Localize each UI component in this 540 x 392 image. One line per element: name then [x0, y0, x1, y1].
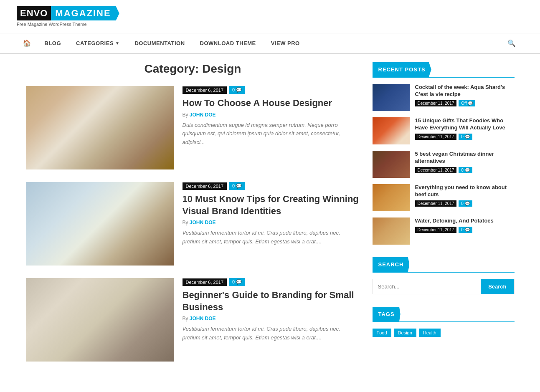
- recent-post-thumb[interactable]: [373, 117, 410, 144]
- recent-post-badge: Off 💬: [459, 100, 475, 106]
- recent-post-item: Everything you need to know about beef c…: [373, 184, 515, 211]
- recent-post-item: 5 best vegan Christmas dinner alternativ…: [373, 151, 515, 178]
- recent-post-thumb[interactable]: [373, 184, 410, 211]
- article-card: December 6, 2017 0 💬 How To Choose A Hou…: [26, 86, 360, 169]
- nav-search-icon[interactable]: 🔍: [500, 33, 524, 53]
- recent-post-thumb[interactable]: [373, 151, 410, 178]
- search-box: Search: [373, 279, 515, 294]
- recent-post-body: 5 best vegan Christmas dinner alternativ…: [415, 151, 515, 173]
- article-excerpt: Vestibulum fermentum tortor id mi. Cras …: [183, 325, 360, 342]
- article-meta: December 6, 2017 0 💬: [183, 86, 360, 94]
- nav-categories[interactable]: CATEGORIES ▼: [68, 34, 127, 52]
- nav-blog[interactable]: BLOG: [37, 34, 69, 52]
- recent-post-title[interactable]: Water, Detoxing, And Potatoes: [415, 217, 515, 225]
- recent-post-title[interactable]: Cocktail of the week: Aqua Shard's C'est…: [415, 84, 515, 98]
- article-title[interactable]: 10 Must Know Tips for Creating Winning V…: [183, 193, 360, 217]
- recent-post-title[interactable]: Everything you need to know about beef c…: [415, 184, 515, 198]
- recent-posts-section: RECENT POSTS Cocktail of the week: Aqua …: [373, 62, 515, 245]
- categories-arrow: ▼: [115, 41, 119, 46]
- recent-post-body: Everything you need to know about beef c…: [415, 184, 515, 207]
- sidebar: RECENT POSTS Cocktail of the week: Aqua …: [373, 62, 515, 374]
- nav-download[interactable]: DOWNLOAD THEME: [193, 34, 264, 52]
- logo-sub: Free Magazine WordPress Theme: [17, 22, 87, 27]
- article-author: By JOHN DOE: [183, 316, 360, 321]
- article-body: December 6, 2017 0 💬 Beginner's Guide to…: [183, 278, 360, 362]
- article-thumb[interactable]: [26, 278, 174, 362]
- main-nav: 🏠 BLOG CATEGORIES ▼ DOCUMENTATION DOWNLO…: [0, 33, 540, 54]
- search-section: SEARCH Search: [373, 257, 515, 294]
- site-header: ENVO MAGAZINE Free Magazine WordPress Th…: [0, 0, 540, 33]
- article-title[interactable]: How To Choose A House Designer: [183, 97, 360, 109]
- article-date: December 6, 2017: [183, 86, 227, 94]
- recent-post-title[interactable]: 5 best vegan Christmas dinner alternativ…: [415, 151, 515, 165]
- article-thumb[interactable]: [26, 182, 174, 266]
- logo[interactable]: ENVO MAGAZINE Free Magazine WordPress Th…: [17, 6, 119, 27]
- recent-post-meta: December 11, 2017 0 💬: [415, 134, 515, 140]
- author-name[interactable]: JOHN DOE: [190, 220, 216, 225]
- search-header: SEARCH: [373, 257, 515, 273]
- recent-post-meta: December 11, 2017 Off 💬: [415, 100, 515, 106]
- article-title[interactable]: Beginner's Guide to Branding for Small B…: [183, 289, 360, 313]
- author-name[interactable]: JOHN DOE: [190, 316, 216, 321]
- recent-post-meta: December 11, 2017 0 💬: [415, 200, 515, 207]
- article-comments: 0 💬: [229, 278, 245, 286]
- category-name: Design: [202, 62, 241, 75]
- recent-post-meta: December 11, 2017 0 💬: [415, 227, 515, 233]
- article-card: December 6, 2017 0 💬 10 Must Know Tips f…: [26, 182, 360, 266]
- recent-post-title[interactable]: 15 Unique Gifts That Foodies Who Have Ev…: [415, 117, 515, 132]
- nav-viewpro[interactable]: VIEW PRO: [264, 34, 307, 52]
- recent-post-date: December 11, 2017: [415, 134, 457, 140]
- recent-post-body: Water, Detoxing, And Potatoes December 1…: [415, 217, 515, 233]
- recent-post-body: Cocktail of the week: Aqua Shard's C'est…: [415, 84, 515, 106]
- category-label: Category:: [145, 62, 199, 75]
- tags-title: TAGS: [373, 307, 401, 321]
- logo-magazine: MAGAZINE: [51, 6, 119, 20]
- tag-item[interactable]: Design: [394, 329, 416, 337]
- recent-post-date: December 11, 2017: [415, 227, 457, 233]
- recent-post-date: December 11, 2017: [415, 200, 457, 207]
- search-input[interactable]: [373, 279, 481, 294]
- article-body: December 6, 2017 0 💬 How To Choose A Hou…: [183, 86, 360, 169]
- recent-post-badge: 0 💬: [459, 227, 472, 233]
- recent-post-badge: 0 💬: [459, 167, 472, 173]
- article-date: December 6, 2017: [183, 182, 227, 190]
- article-body: December 6, 2017 0 💬 10 Must Know Tips f…: [183, 182, 360, 266]
- category-title: Category: Design: [26, 62, 360, 76]
- recent-post-item: 15 Unique Gifts That Foodies Who Have Ev…: [373, 117, 515, 144]
- article-meta: December 6, 2017 0 💬: [183, 182, 360, 190]
- article-author: By JOHN DOE: [183, 220, 360, 225]
- article-card: December 6, 2017 0 💬 Beginner's Guide to…: [26, 278, 360, 362]
- author-name[interactable]: JOHN DOE: [190, 112, 216, 118]
- nav-home[interactable]: 🏠: [17, 33, 37, 53]
- recent-post-item: Water, Detoxing, And Potatoes December 1…: [373, 217, 515, 245]
- recent-post-badge: 0 💬: [459, 200, 472, 207]
- logo-envo: ENVO: [17, 6, 51, 20]
- recent-posts-header: RECENT POSTS: [373, 62, 515, 78]
- article-date: December 6, 2017: [183, 278, 227, 286]
- search-button[interactable]: Search: [481, 279, 514, 294]
- recent-posts-title: RECENT POSTS: [373, 62, 431, 77]
- tags-section: TAGS Food Design Health: [373, 307, 515, 337]
- article-comments: 0 💬: [229, 182, 245, 190]
- article-author: By JOHN DOE: [183, 112, 360, 118]
- article-excerpt: Duis condimentum augue id magna semper r…: [183, 121, 360, 147]
- search-title: SEARCH: [373, 257, 410, 272]
- recent-post-date: December 11, 2017: [415, 167, 457, 173]
- tags-header: TAGS: [373, 307, 515, 322]
- recent-post-meta: December 11, 2017 0 💬: [415, 167, 515, 173]
- article-thumb[interactable]: [26, 86, 174, 169]
- recent-post-date: December 11, 2017: [415, 100, 457, 106]
- tags-list: Food Design Health: [373, 329, 515, 337]
- recent-post-thumb[interactable]: [373, 84, 410, 111]
- content-area: Category: Design December 6, 2017 0 💬 Ho…: [26, 62, 360, 374]
- recent-post-body: 15 Unique Gifts That Foodies Who Have Ev…: [415, 117, 515, 140]
- tag-item[interactable]: Food: [373, 329, 391, 337]
- recent-post-thumb[interactable]: [373, 217, 410, 245]
- tag-item[interactable]: Health: [419, 329, 441, 337]
- recent-post-badge: 0 💬: [459, 134, 472, 140]
- article-comments: 0 💬: [229, 86, 245, 94]
- nav-documentation[interactable]: DOCUMENTATION: [127, 34, 192, 52]
- recent-post-item: Cocktail of the week: Aqua Shard's C'est…: [373, 84, 515, 111]
- article-meta: December 6, 2017 0 💬: [183, 278, 360, 286]
- article-excerpt: Vestibulum fermentum tortor id mi. Cras …: [183, 229, 360, 246]
